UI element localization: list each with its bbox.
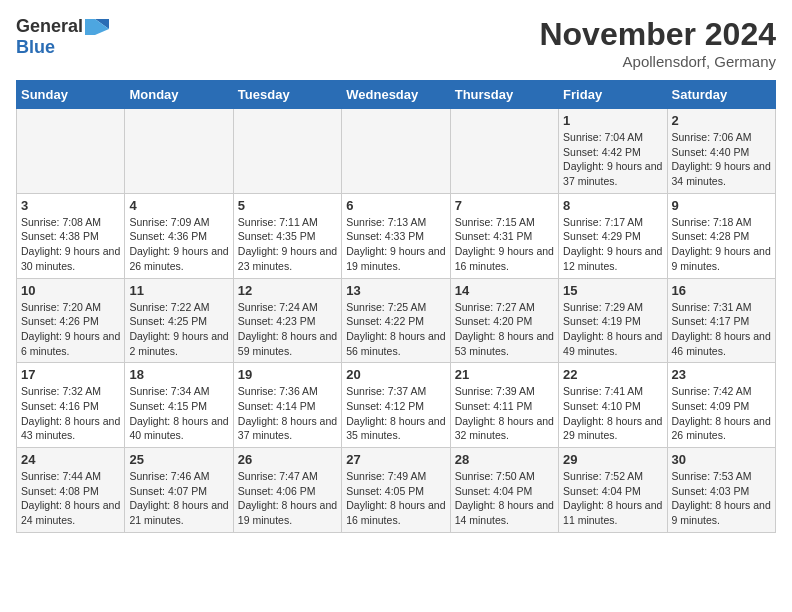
calendar-cell: 20Sunrise: 7:37 AMSunset: 4:12 PMDayligh… bbox=[342, 363, 450, 448]
logo-general-text: General bbox=[16, 16, 83, 37]
calendar-cell: 17Sunrise: 7:32 AMSunset: 4:16 PMDayligh… bbox=[17, 363, 125, 448]
day-number: 30 bbox=[672, 452, 771, 467]
day-number: 7 bbox=[455, 198, 554, 213]
day-info: Sunrise: 7:36 AMSunset: 4:14 PMDaylight:… bbox=[238, 384, 337, 443]
day-info: Sunrise: 7:41 AMSunset: 4:10 PMDaylight:… bbox=[563, 384, 662, 443]
day-info: Sunrise: 7:08 AMSunset: 4:38 PMDaylight:… bbox=[21, 215, 120, 274]
day-number: 11 bbox=[129, 283, 228, 298]
day-number: 8 bbox=[563, 198, 662, 213]
calendar-cell bbox=[450, 109, 558, 194]
calendar-cell: 22Sunrise: 7:41 AMSunset: 4:10 PMDayligh… bbox=[559, 363, 667, 448]
day-number: 17 bbox=[21, 367, 120, 382]
day-info: Sunrise: 7:18 AMSunset: 4:28 PMDaylight:… bbox=[672, 215, 771, 274]
calendar-cell: 10Sunrise: 7:20 AMSunset: 4:26 PMDayligh… bbox=[17, 278, 125, 363]
day-info: Sunrise: 7:50 AMSunset: 4:04 PMDaylight:… bbox=[455, 469, 554, 528]
day-number: 15 bbox=[563, 283, 662, 298]
day-info: Sunrise: 7:09 AMSunset: 4:36 PMDaylight:… bbox=[129, 215, 228, 274]
day-info: Sunrise: 7:32 AMSunset: 4:16 PMDaylight:… bbox=[21, 384, 120, 443]
calendar-cell: 11Sunrise: 7:22 AMSunset: 4:25 PMDayligh… bbox=[125, 278, 233, 363]
title-area: November 2024 Apollensdorf, Germany bbox=[539, 16, 776, 70]
calendar-cell: 27Sunrise: 7:49 AMSunset: 4:05 PMDayligh… bbox=[342, 448, 450, 533]
calendar-cell: 9Sunrise: 7:18 AMSunset: 4:28 PMDaylight… bbox=[667, 193, 775, 278]
day-info: Sunrise: 7:06 AMSunset: 4:40 PMDaylight:… bbox=[672, 130, 771, 189]
calendar-cell: 16Sunrise: 7:31 AMSunset: 4:17 PMDayligh… bbox=[667, 278, 775, 363]
day-number: 5 bbox=[238, 198, 337, 213]
day-number: 3 bbox=[21, 198, 120, 213]
calendar-cell: 7Sunrise: 7:15 AMSunset: 4:31 PMDaylight… bbox=[450, 193, 558, 278]
logo-blue-text: Blue bbox=[16, 37, 55, 57]
day-info: Sunrise: 7:34 AMSunset: 4:15 PMDaylight:… bbox=[129, 384, 228, 443]
calendar-cell: 2Sunrise: 7:06 AMSunset: 4:40 PMDaylight… bbox=[667, 109, 775, 194]
calendar-cell bbox=[342, 109, 450, 194]
calendar-cell: 23Sunrise: 7:42 AMSunset: 4:09 PMDayligh… bbox=[667, 363, 775, 448]
day-info: Sunrise: 7:49 AMSunset: 4:05 PMDaylight:… bbox=[346, 469, 445, 528]
day-number: 20 bbox=[346, 367, 445, 382]
day-info: Sunrise: 7:04 AMSunset: 4:42 PMDaylight:… bbox=[563, 130, 662, 189]
day-of-week-header: Wednesday bbox=[342, 81, 450, 109]
day-number: 14 bbox=[455, 283, 554, 298]
day-number: 9 bbox=[672, 198, 771, 213]
day-of-week-header: Sunday bbox=[17, 81, 125, 109]
day-number: 1 bbox=[563, 113, 662, 128]
calendar-cell: 14Sunrise: 7:27 AMSunset: 4:20 PMDayligh… bbox=[450, 278, 558, 363]
day-info: Sunrise: 7:29 AMSunset: 4:19 PMDaylight:… bbox=[563, 300, 662, 359]
header: General Blue November 2024 Apollensdorf,… bbox=[16, 16, 776, 70]
day-info: Sunrise: 7:13 AMSunset: 4:33 PMDaylight:… bbox=[346, 215, 445, 274]
calendar-cell: 21Sunrise: 7:39 AMSunset: 4:11 PMDayligh… bbox=[450, 363, 558, 448]
day-number: 27 bbox=[346, 452, 445, 467]
day-number: 18 bbox=[129, 367, 228, 382]
calendar-cell: 6Sunrise: 7:13 AMSunset: 4:33 PMDaylight… bbox=[342, 193, 450, 278]
day-info: Sunrise: 7:44 AMSunset: 4:08 PMDaylight:… bbox=[21, 469, 120, 528]
day-number: 26 bbox=[238, 452, 337, 467]
calendar-cell bbox=[17, 109, 125, 194]
day-number: 24 bbox=[21, 452, 120, 467]
day-number: 21 bbox=[455, 367, 554, 382]
calendar-cell: 25Sunrise: 7:46 AMSunset: 4:07 PMDayligh… bbox=[125, 448, 233, 533]
day-info: Sunrise: 7:52 AMSunset: 4:04 PMDaylight:… bbox=[563, 469, 662, 528]
calendar-cell: 12Sunrise: 7:24 AMSunset: 4:23 PMDayligh… bbox=[233, 278, 341, 363]
calendar-cell bbox=[125, 109, 233, 194]
logo: General Blue bbox=[16, 16, 109, 58]
day-info: Sunrise: 7:20 AMSunset: 4:26 PMDaylight:… bbox=[21, 300, 120, 359]
calendar-cell: 29Sunrise: 7:52 AMSunset: 4:04 PMDayligh… bbox=[559, 448, 667, 533]
day-info: Sunrise: 7:37 AMSunset: 4:12 PMDaylight:… bbox=[346, 384, 445, 443]
calendar-cell: 1Sunrise: 7:04 AMSunset: 4:42 PMDaylight… bbox=[559, 109, 667, 194]
day-number: 19 bbox=[238, 367, 337, 382]
month-title: November 2024 bbox=[539, 16, 776, 53]
day-number: 6 bbox=[346, 198, 445, 213]
day-info: Sunrise: 7:53 AMSunset: 4:03 PMDaylight:… bbox=[672, 469, 771, 528]
day-info: Sunrise: 7:31 AMSunset: 4:17 PMDaylight:… bbox=[672, 300, 771, 359]
day-info: Sunrise: 7:25 AMSunset: 4:22 PMDaylight:… bbox=[346, 300, 445, 359]
day-info: Sunrise: 7:39 AMSunset: 4:11 PMDaylight:… bbox=[455, 384, 554, 443]
day-number: 10 bbox=[21, 283, 120, 298]
calendar-cell: 18Sunrise: 7:34 AMSunset: 4:15 PMDayligh… bbox=[125, 363, 233, 448]
location: Apollensdorf, Germany bbox=[539, 53, 776, 70]
calendar-cell: 30Sunrise: 7:53 AMSunset: 4:03 PMDayligh… bbox=[667, 448, 775, 533]
day-info: Sunrise: 7:22 AMSunset: 4:25 PMDaylight:… bbox=[129, 300, 228, 359]
calendar-cell: 3Sunrise: 7:08 AMSunset: 4:38 PMDaylight… bbox=[17, 193, 125, 278]
day-number: 23 bbox=[672, 367, 771, 382]
day-number: 2 bbox=[672, 113, 771, 128]
calendar-cell: 24Sunrise: 7:44 AMSunset: 4:08 PMDayligh… bbox=[17, 448, 125, 533]
calendar-cell: 4Sunrise: 7:09 AMSunset: 4:36 PMDaylight… bbox=[125, 193, 233, 278]
calendar-cell: 5Sunrise: 7:11 AMSunset: 4:35 PMDaylight… bbox=[233, 193, 341, 278]
day-info: Sunrise: 7:15 AMSunset: 4:31 PMDaylight:… bbox=[455, 215, 554, 274]
day-number: 22 bbox=[563, 367, 662, 382]
calendar-cell bbox=[233, 109, 341, 194]
day-info: Sunrise: 7:11 AMSunset: 4:35 PMDaylight:… bbox=[238, 215, 337, 274]
day-info: Sunrise: 7:42 AMSunset: 4:09 PMDaylight:… bbox=[672, 384, 771, 443]
logo-icon bbox=[85, 19, 109, 35]
day-info: Sunrise: 7:24 AMSunset: 4:23 PMDaylight:… bbox=[238, 300, 337, 359]
day-of-week-header: Thursday bbox=[450, 81, 558, 109]
day-info: Sunrise: 7:17 AMSunset: 4:29 PMDaylight:… bbox=[563, 215, 662, 274]
calendar-cell: 28Sunrise: 7:50 AMSunset: 4:04 PMDayligh… bbox=[450, 448, 558, 533]
calendar-table: SundayMondayTuesdayWednesdayThursdayFrid… bbox=[16, 80, 776, 533]
day-number: 16 bbox=[672, 283, 771, 298]
day-of-week-header: Friday bbox=[559, 81, 667, 109]
day-number: 28 bbox=[455, 452, 554, 467]
day-number: 13 bbox=[346, 283, 445, 298]
day-number: 12 bbox=[238, 283, 337, 298]
day-number: 4 bbox=[129, 198, 228, 213]
calendar-cell: 8Sunrise: 7:17 AMSunset: 4:29 PMDaylight… bbox=[559, 193, 667, 278]
day-info: Sunrise: 7:46 AMSunset: 4:07 PMDaylight:… bbox=[129, 469, 228, 528]
